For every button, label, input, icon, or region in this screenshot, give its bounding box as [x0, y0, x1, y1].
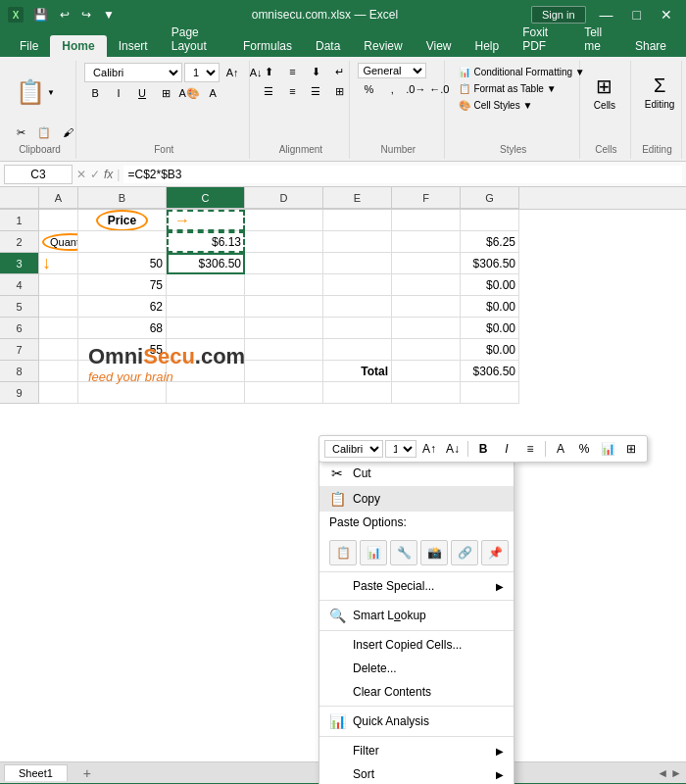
col-header-e[interactable]: E [323, 187, 392, 209]
cell-b6[interactable]: 68 [78, 318, 167, 339]
cell-styles-btn[interactable]: 🎨 Cell Styles ▼ [453, 98, 590, 113]
mt-font-select[interactable]: Calibri [324, 440, 383, 458]
cell-d4[interactable] [245, 274, 323, 296]
font-size-select[interactable]: 11 [184, 63, 220, 82]
cell-f1[interactable] [392, 210, 461, 231]
cell-b8[interactable] [78, 361, 167, 382]
bold-button[interactable]: B [84, 84, 106, 102]
cell-e2[interactable] [323, 231, 392, 253]
wrap-text-btn[interactable]: ↵ [328, 63, 350, 80]
cell-c5[interactable] [167, 296, 245, 318]
cells-button[interactable]: ⊞ Cells [588, 63, 621, 122]
cell-b7[interactable]: 55 [78, 339, 167, 361]
col-header-f[interactable]: F [392, 187, 461, 209]
cell-a6[interactable] [39, 318, 78, 339]
cell-d6[interactable] [245, 318, 323, 339]
tab-data[interactable]: Data [304, 35, 352, 57]
context-filter[interactable]: Filter ▶ [319, 739, 514, 762]
cell-d9[interactable] [245, 382, 323, 404]
cell-f3[interactable] [392, 253, 461, 274]
cell-f7[interactable] [392, 339, 461, 361]
tab-share[interactable]: Share [623, 35, 678, 57]
paste-icon-1[interactable]: 📋 [329, 540, 357, 565]
cell-d7[interactable] [245, 339, 323, 361]
cell-a8[interactable] [39, 361, 78, 382]
context-smart-lookup[interactable]: 🔍 Smart Lookup [319, 603, 514, 628]
underline-button[interactable]: U [131, 84, 153, 102]
cell-f9[interactable] [392, 382, 461, 404]
cell-b9[interactable] [78, 382, 167, 404]
paste-icon-5[interactable]: 🔗 [451, 540, 478, 565]
row-header-4[interactable]: 4 [0, 274, 39, 296]
cell-b4[interactable]: 75 [78, 274, 167, 296]
cell-e7[interactable] [323, 339, 392, 361]
format-painter-button[interactable]: 🖌 [57, 123, 78, 141]
cell-reference-input[interactable]: C3 [4, 165, 73, 184]
row-header-6[interactable]: 6 [0, 318, 39, 339]
paste-button[interactable]: 📋 ▼ [10, 63, 61, 122]
align-right-btn[interactable]: ☰ [305, 82, 326, 100]
paste-icon-2[interactable]: 📊 [360, 540, 387, 565]
cell-f8[interactable] [392, 361, 461, 382]
cell-a9[interactable] [39, 382, 78, 404]
comma-btn[interactable]: , [381, 80, 403, 98]
percent-btn[interactable]: % [358, 80, 379, 98]
mt-italic-btn[interactable]: I [496, 439, 517, 459]
cell-b2[interactable] [78, 231, 167, 253]
row-header-7[interactable]: 7 [0, 339, 39, 361]
col-header-c[interactable]: C [167, 187, 245, 209]
mt-chart-btn[interactable]: 📊 [597, 439, 618, 459]
cell-d3[interactable] [245, 253, 323, 274]
cell-e3[interactable] [323, 253, 392, 274]
cell-b1[interactable]: Price [78, 210, 167, 231]
font-family-select[interactable]: Calibri [84, 63, 182, 82]
cell-g1[interactable] [461, 210, 519, 231]
cell-e5[interactable] [323, 296, 392, 318]
cell-f6[interactable] [392, 318, 461, 339]
copy-button[interactable]: 📋 [33, 123, 55, 141]
cell-g9[interactable] [461, 382, 519, 404]
cell-g5[interactable]: $0.00 [461, 296, 519, 318]
formula-input[interactable]: =C$2*$B3 [123, 166, 682, 183]
col-header-g[interactable]: G [461, 187, 519, 209]
scroll-right-btn[interactable]: ► [670, 766, 682, 780]
cell-c4[interactable] [167, 274, 245, 296]
context-paste-special[interactable]: Paste Special... ▶ [319, 574, 514, 598]
sheet-tab-1[interactable]: Sheet1 [4, 764, 68, 781]
cell-g6[interactable]: $0.00 [461, 318, 519, 339]
border-button[interactable]: ⊞ [155, 84, 176, 102]
formula-bar-fx[interactable]: fx [104, 168, 113, 181]
cell-g8[interactable]: $306.50 [461, 361, 519, 382]
tab-formulas[interactable]: Formulas [231, 35, 304, 57]
context-sort[interactable]: Sort ▶ [319, 762, 514, 784]
row-header-8[interactable]: 8 [0, 361, 39, 382]
cell-f4[interactable] [392, 274, 461, 296]
align-bottom-btn[interactable]: ⬇ [305, 63, 326, 80]
cell-f2[interactable] [392, 231, 461, 253]
mt-bold-btn[interactable]: B [472, 439, 494, 459]
row-header-5[interactable]: 5 [0, 296, 39, 318]
close-btn[interactable]: ✕ [655, 5, 678, 24]
editing-button[interactable]: Σ Editing [639, 63, 681, 122]
cell-c2[interactable]: $6.13 [167, 231, 245, 253]
tab-insert[interactable]: Insert [107, 35, 160, 57]
tab-page-layout[interactable]: Page Layout [160, 22, 231, 57]
cell-a5[interactable] [39, 296, 78, 318]
number-format-select[interactable]: General [358, 63, 426, 78]
context-delete[interactable]: Delete... [319, 657, 514, 680]
mt-decrease-font-btn[interactable]: A↓ [442, 439, 464, 459]
cell-g4[interactable]: $0.00 [461, 274, 519, 296]
cell-a1[interactable] [39, 210, 78, 231]
format-as-table-btn[interactable]: 📋 Format as Table ▼ [453, 81, 590, 96]
row-header-3[interactable]: 3 [0, 253, 39, 274]
cell-c8[interactable] [167, 361, 245, 382]
cell-e4[interactable] [323, 274, 392, 296]
cell-g3[interactable]: $306.50 [461, 253, 519, 274]
cell-g7[interactable]: $0.00 [461, 339, 519, 361]
mt-size-select[interactable]: 11 [385, 440, 416, 458]
cell-c1[interactable]: → [167, 210, 245, 231]
cell-c6[interactable] [167, 318, 245, 339]
increase-font-btn[interactable]: A↑ [221, 64, 243, 81]
tab-review[interactable]: Review [352, 35, 414, 57]
cell-c7[interactable] [167, 339, 245, 361]
